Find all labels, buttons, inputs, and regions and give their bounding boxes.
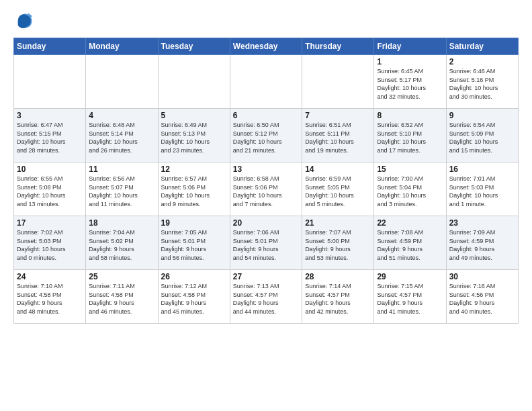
- calendar-week-3: 10Sunrise: 6:55 AM Sunset: 5:08 PM Dayli…: [14, 163, 519, 216]
- calendar-cell: [230, 55, 302, 109]
- day-number: 27: [233, 272, 299, 281]
- weekday-header-tuesday: Tuesday: [158, 38, 230, 55]
- calendar-cell: 20Sunrise: 7:06 AM Sunset: 5:01 PM Dayli…: [230, 216, 302, 270]
- calendar-cell: 14Sunrise: 6:59 AM Sunset: 5:05 PM Dayli…: [302, 163, 374, 216]
- day-number: 6: [233, 111, 299, 120]
- calendar-cell: 4Sunrise: 6:48 AM Sunset: 5:14 PM Daylig…: [86, 109, 158, 163]
- calendar-cell: 28Sunrise: 7:14 AM Sunset: 4:57 PM Dayli…: [302, 270, 374, 324]
- calendar-week-5: 24Sunrise: 7:10 AM Sunset: 4:58 PM Dayli…: [14, 270, 519, 324]
- calendar-cell: [302, 55, 374, 109]
- calendar-cell: [86, 55, 158, 109]
- day-info: Sunrise: 6:55 AM Sunset: 5:08 PM Dayligh…: [17, 175, 83, 208]
- day-info: Sunrise: 6:52 AM Sunset: 5:10 PM Dayligh…: [377, 121, 443, 154]
- day-number: 1: [377, 57, 443, 66]
- calendar-cell: 26Sunrise: 7:12 AM Sunset: 4:58 PM Dayli…: [158, 270, 230, 324]
- calendar-cell: 8Sunrise: 6:52 AM Sunset: 5:10 PM Daylig…: [374, 109, 446, 163]
- day-info: Sunrise: 7:12 AM Sunset: 4:58 PM Dayligh…: [161, 282, 227, 316]
- day-number: 2: [449, 57, 515, 66]
- day-info: Sunrise: 7:08 AM Sunset: 4:59 PM Dayligh…: [377, 228, 443, 262]
- day-info: Sunrise: 6:56 AM Sunset: 5:07 PM Dayligh…: [89, 175, 154, 208]
- calendar-cell: 24Sunrise: 7:10 AM Sunset: 4:58 PM Dayli…: [14, 270, 86, 324]
- header: [13, 11, 519, 31]
- day-info: Sunrise: 7:11 AM Sunset: 4:58 PM Dayligh…: [89, 282, 154, 316]
- calendar-cell: 12Sunrise: 6:57 AM Sunset: 5:06 PM Dayli…: [158, 163, 230, 216]
- day-info: Sunrise: 6:46 AM Sunset: 5:16 PM Dayligh…: [449, 67, 515, 101]
- day-info: Sunrise: 6:51 AM Sunset: 5:11 PM Dayligh…: [305, 121, 371, 154]
- calendar-week-4: 17Sunrise: 7:02 AM Sunset: 5:03 PM Dayli…: [14, 216, 519, 270]
- day-info: Sunrise: 6:45 AM Sunset: 5:17 PM Dayligh…: [377, 67, 443, 101]
- logo-icon: [13, 11, 34, 31]
- day-number: 17: [17, 218, 83, 228]
- calendar-cell: 9Sunrise: 6:54 AM Sunset: 5:09 PM Daylig…: [446, 109, 518, 163]
- day-info: Sunrise: 7:09 AM Sunset: 4:59 PM Dayligh…: [449, 228, 515, 262]
- day-number: 22: [377, 218, 443, 228]
- day-info: Sunrise: 7:06 AM Sunset: 5:01 PM Dayligh…: [233, 228, 299, 262]
- weekday-header-sunday: Sunday: [14, 38, 86, 55]
- day-info: Sunrise: 6:58 AM Sunset: 5:06 PM Dayligh…: [233, 175, 299, 208]
- calendar-cell: 19Sunrise: 7:05 AM Sunset: 5:01 PM Dayli…: [158, 216, 230, 270]
- day-number: 11: [89, 165, 154, 174]
- day-number: 4: [89, 111, 154, 120]
- calendar-cell: 6Sunrise: 6:50 AM Sunset: 5:12 PM Daylig…: [230, 109, 302, 163]
- calendar-cell: 30Sunrise: 7:16 AM Sunset: 4:56 PM Dayli…: [446, 270, 518, 324]
- calendar-week-1: 1Sunrise: 6:45 AM Sunset: 5:17 PM Daylig…: [14, 55, 519, 109]
- day-info: Sunrise: 6:49 AM Sunset: 5:13 PM Dayligh…: [161, 121, 227, 154]
- day-info: Sunrise: 6:48 AM Sunset: 5:14 PM Dayligh…: [89, 121, 154, 154]
- day-info: Sunrise: 6:50 AM Sunset: 5:12 PM Dayligh…: [233, 121, 299, 154]
- day-number: 15: [377, 165, 443, 174]
- day-info: Sunrise: 7:07 AM Sunset: 5:00 PM Dayligh…: [305, 228, 371, 262]
- day-number: 3: [17, 111, 83, 120]
- calendar-cell: 2Sunrise: 6:46 AM Sunset: 5:16 PM Daylig…: [446, 55, 518, 109]
- weekday-header-thursday: Thursday: [302, 38, 374, 55]
- calendar-week-2: 3Sunrise: 6:47 AM Sunset: 5:15 PM Daylig…: [14, 109, 519, 163]
- calendar-cell: 22Sunrise: 7:08 AM Sunset: 4:59 PM Dayli…: [374, 216, 446, 270]
- page: SundayMondayTuesdayWednesdayThursdayFrid…: [0, 0, 532, 330]
- day-info: Sunrise: 7:16 AM Sunset: 4:56 PM Dayligh…: [449, 282, 515, 316]
- day-number: 9: [449, 111, 515, 120]
- day-number: 16: [449, 165, 515, 174]
- day-number: 26: [161, 272, 227, 281]
- day-number: 30: [449, 272, 515, 281]
- day-info: Sunrise: 7:04 AM Sunset: 5:02 PM Dayligh…: [89, 228, 154, 262]
- calendar-cell: 25Sunrise: 7:11 AM Sunset: 4:58 PM Dayli…: [86, 270, 158, 324]
- weekday-header-wednesday: Wednesday: [230, 38, 302, 55]
- day-info: Sunrise: 6:59 AM Sunset: 5:05 PM Dayligh…: [305, 175, 371, 208]
- calendar-table: SundayMondayTuesdayWednesdayThursdayFrid…: [13, 38, 519, 324]
- calendar-cell: [158, 55, 230, 109]
- day-info: Sunrise: 7:13 AM Sunset: 4:57 PM Dayligh…: [233, 282, 299, 316]
- day-number: 20: [233, 218, 299, 228]
- calendar-cell: 13Sunrise: 6:58 AM Sunset: 5:06 PM Dayli…: [230, 163, 302, 216]
- calendar-cell: 27Sunrise: 7:13 AM Sunset: 4:57 PM Dayli…: [230, 270, 302, 324]
- day-info: Sunrise: 7:00 AM Sunset: 5:04 PM Dayligh…: [377, 175, 443, 208]
- day-info: Sunrise: 6:47 AM Sunset: 5:15 PM Dayligh…: [17, 121, 83, 154]
- calendar-cell: 7Sunrise: 6:51 AM Sunset: 5:11 PM Daylig…: [302, 109, 374, 163]
- day-number: 5: [161, 111, 227, 120]
- day-number: 14: [305, 165, 371, 174]
- calendar-cell: 15Sunrise: 7:00 AM Sunset: 5:04 PM Dayli…: [374, 163, 446, 216]
- day-number: 10: [17, 165, 83, 174]
- day-info: Sunrise: 7:15 AM Sunset: 4:57 PM Dayligh…: [377, 282, 443, 316]
- day-number: 7: [305, 111, 371, 120]
- day-number: 8: [377, 111, 443, 120]
- calendar-cell: 1Sunrise: 6:45 AM Sunset: 5:17 PM Daylig…: [374, 55, 446, 109]
- day-number: 19: [161, 218, 227, 228]
- day-info: Sunrise: 7:14 AM Sunset: 4:57 PM Dayligh…: [305, 282, 371, 316]
- weekday-header-monday: Monday: [86, 38, 158, 55]
- day-number: 13: [233, 165, 299, 174]
- calendar-cell: 23Sunrise: 7:09 AM Sunset: 4:59 PM Dayli…: [446, 216, 518, 270]
- day-number: 23: [449, 218, 515, 228]
- calendar-cell: 5Sunrise: 6:49 AM Sunset: 5:13 PM Daylig…: [158, 109, 230, 163]
- weekday-header-row: SundayMondayTuesdayWednesdayThursdayFrid…: [14, 38, 519, 55]
- calendar-cell: [14, 55, 86, 109]
- day-number: 12: [161, 165, 227, 174]
- calendar-cell: 11Sunrise: 6:56 AM Sunset: 5:07 PM Dayli…: [86, 163, 158, 216]
- day-info: Sunrise: 7:10 AM Sunset: 4:58 PM Dayligh…: [17, 282, 83, 316]
- day-info: Sunrise: 6:57 AM Sunset: 5:06 PM Dayligh…: [161, 175, 227, 208]
- day-info: Sunrise: 7:01 AM Sunset: 5:03 PM Dayligh…: [449, 175, 515, 208]
- day-number: 18: [89, 218, 154, 228]
- day-info: Sunrise: 7:02 AM Sunset: 5:03 PM Dayligh…: [17, 228, 83, 262]
- day-number: 24: [17, 272, 83, 281]
- day-number: 28: [305, 272, 371, 281]
- calendar-cell: 10Sunrise: 6:55 AM Sunset: 5:08 PM Dayli…: [14, 163, 86, 216]
- day-info: Sunrise: 6:54 AM Sunset: 5:09 PM Dayligh…: [449, 121, 515, 154]
